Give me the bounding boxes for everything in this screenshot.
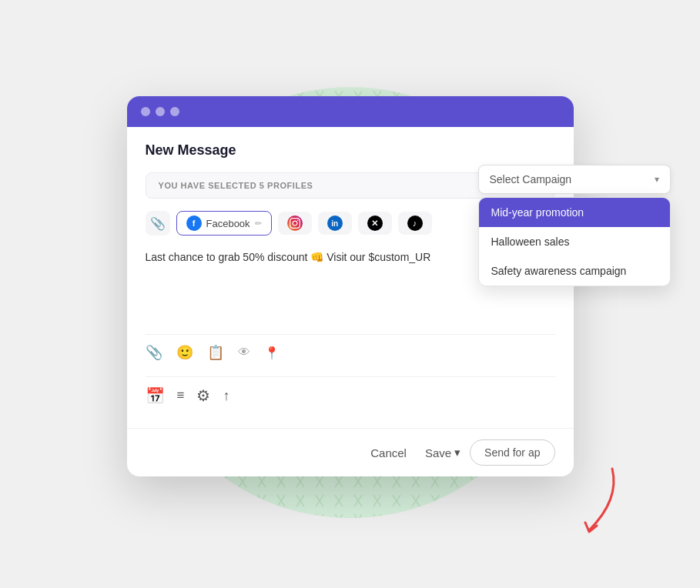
window-title: New Message (146, 142, 555, 159)
profiles-label: YOU HAVE SELECTED 5 PROFILES (159, 181, 313, 190)
gear-icon[interactable]: ⚙ (196, 386, 210, 405)
campaign-select-chevron: ▾ (655, 174, 659, 185)
upload-icon[interactable]: ↑ (223, 388, 229, 404)
message-content: Last chance to grab 50% discount 👊 Visit… (146, 251, 431, 263)
x-icon: ✕ (367, 215, 383, 231)
save-button[interactable]: Save ▾ (425, 446, 461, 459)
lines-icon[interactable]: ≡ (177, 388, 185, 403)
calendar-icon[interactable]: 📅 (146, 386, 165, 405)
titlebar-dot-3 (170, 107, 179, 116)
campaign-dropdown-container: Select Campaign ▾ Mid-year promotion Hal… (478, 165, 671, 286)
campaign-option-halloween[interactable]: Halloween sales (479, 227, 670, 256)
emoji-icon[interactable]: 🙂 (176, 344, 193, 361)
titlebar (127, 96, 574, 127)
clipboard-icon[interactable]: 📋 (207, 344, 224, 361)
facebook-icon: f (186, 215, 202, 231)
cancel-button[interactable]: Cancel (361, 440, 416, 466)
attach-tab[interactable]: 📎 (146, 211, 170, 236)
titlebar-dot-1 (141, 107, 150, 116)
window-footer: Cancel Save ▾ Send for ap (127, 428, 574, 476)
window-wrapper: New Message YOU HAVE SELECTED 5 PROFILES… (127, 96, 574, 476)
main-window: New Message YOU HAVE SELECTED 5 PROFILES… (127, 96, 574, 476)
paperclip-icon[interactable]: 📎 (146, 344, 162, 361)
save-label: Save (425, 446, 451, 459)
eye-icon[interactable]: 👁 (238, 346, 250, 359)
tab-facebook[interactable]: f Facebook ✏ (176, 211, 272, 236)
tab-instagram[interactable] (278, 212, 312, 235)
tab-x[interactable]: ✕ (358, 212, 392, 235)
arrow-annotation (543, 461, 635, 553)
save-chevron: ▾ (454, 446, 461, 459)
titlebar-dot-2 (156, 107, 165, 116)
location-icon[interactable]: 📍 (264, 346, 280, 360)
campaign-dropdown-menu: Mid-year promotion Halloween sales Safet… (478, 197, 671, 286)
emoji-toolbar: 📎 🙂 📋 👁 📍 (146, 334, 555, 370)
tab-linkedin[interactable]: in (318, 212, 352, 235)
campaign-option-mid-year[interactable]: Mid-year promotion (479, 198, 670, 227)
tab-tiktok[interactable]: ♪ (398, 212, 432, 235)
bottom-toolbar: 📅 ≡ ⚙ ↑ (146, 376, 555, 409)
linkedin-icon: in (327, 215, 343, 231)
campaign-option-safety[interactable]: Safety awareness campaign (479, 256, 670, 286)
instagram-icon (287, 215, 303, 231)
facebook-label: Facebook (206, 218, 250, 229)
campaign-select-label: Select Campaign (490, 173, 572, 185)
campaign-select-button[interactable]: Select Campaign ▾ (478, 165, 671, 194)
window-body: New Message YOU HAVE SELECTED 5 PROFILES… (127, 127, 574, 428)
tiktok-icon: ♪ (407, 215, 423, 231)
attach-icon: 📎 (150, 216, 166, 231)
facebook-edit-icon: ✏ (255, 219, 262, 229)
